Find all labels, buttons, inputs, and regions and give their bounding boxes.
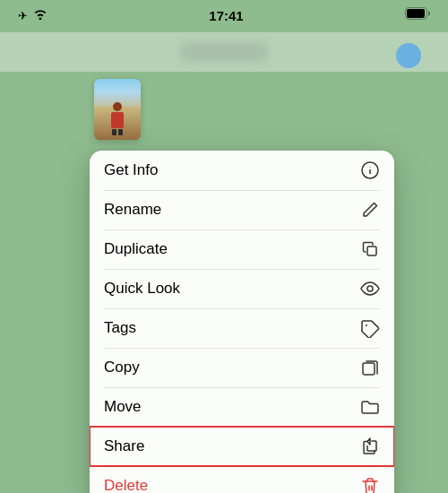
battery-icon bbox=[405, 7, 430, 23]
tags-label: Tags bbox=[104, 319, 136, 337]
svg-rect-8 bbox=[363, 363, 375, 375]
get-info-label: Get Info bbox=[104, 161, 158, 179]
menu-item-duplicate[interactable]: Duplicate bbox=[90, 229, 394, 269]
menu-item-tags[interactable]: Tags bbox=[90, 308, 394, 348]
menu-item-get-info[interactable]: Get Info bbox=[90, 151, 394, 190]
svg-point-4 bbox=[370, 167, 371, 168]
tag-icon bbox=[360, 318, 380, 338]
menu-item-move[interactable]: Move bbox=[90, 387, 394, 427]
menu-item-copy[interactable]: Copy bbox=[90, 348, 394, 387]
status-bar: ✈ 17:41 bbox=[0, 0, 448, 27]
status-time: 17:41 bbox=[209, 8, 243, 23]
share-label: Share bbox=[104, 437, 144, 455]
thumbnail-image bbox=[94, 79, 141, 140]
delete-label: Delete bbox=[104, 477, 148, 493]
context-menu: Get Info Rename Duplicate Quick bbox=[90, 151, 394, 493]
app-top-bar bbox=[0, 32, 448, 72]
status-left: ✈ bbox=[18, 7, 47, 23]
share-icon bbox=[360, 437, 380, 456]
copy-label: Copy bbox=[104, 359, 140, 376]
app-title-blurred bbox=[179, 42, 269, 62]
duplicate-label: Duplicate bbox=[104, 240, 168, 258]
file-thumbnail bbox=[94, 79, 141, 140]
status-right bbox=[405, 7, 430, 23]
menu-item-share[interactable]: Share bbox=[90, 427, 394, 466]
menu-item-quick-look[interactable]: Quick Look bbox=[90, 269, 394, 308]
airplane-icon: ✈ bbox=[18, 9, 28, 22]
wifi-icon bbox=[33, 7, 47, 23]
blue-dot bbox=[396, 43, 421, 68]
move-label: Move bbox=[104, 398, 142, 416]
quick-look-label: Quick Look bbox=[104, 280, 180, 298]
rename-label: Rename bbox=[104, 201, 161, 219]
svg-rect-1 bbox=[407, 9, 425, 18]
menu-item-rename[interactable]: Rename bbox=[90, 190, 394, 229]
menu-item-delete[interactable]: Delete bbox=[90, 466, 394, 493]
svg-point-7 bbox=[366, 324, 367, 326]
info-icon bbox=[360, 160, 380, 180]
eye-icon bbox=[360, 279, 380, 298]
svg-rect-5 bbox=[367, 246, 376, 255]
duplicate-icon bbox=[360, 239, 380, 259]
trash-icon bbox=[360, 476, 380, 493]
folder-icon bbox=[360, 397, 380, 417]
svg-point-6 bbox=[367, 286, 373, 291]
pencil-icon bbox=[360, 200, 380, 220]
copy-icon bbox=[360, 358, 380, 377]
